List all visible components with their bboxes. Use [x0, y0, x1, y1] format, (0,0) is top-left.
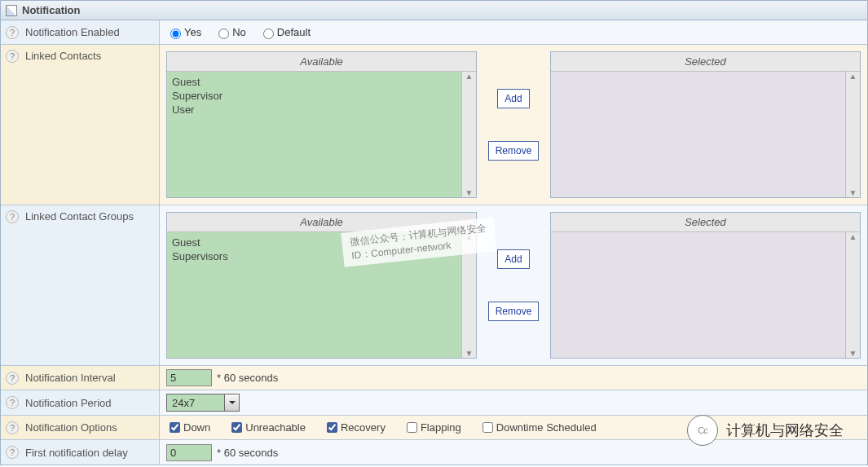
option-label: Downtime Scheduled: [496, 421, 597, 434]
checkbox[interactable]: [482, 422, 493, 433]
selected-header: Selected: [551, 213, 860, 232]
label-cell: ? Linked Contact Groups: [1, 205, 160, 365]
unit-label: * 60 seconds: [217, 447, 278, 459]
scrollbar[interactable]: ▲▼: [845, 72, 860, 197]
panel-header: Notification: [1, 1, 867, 20]
option-down[interactable]: Down: [166, 420, 210, 435]
checkbox[interactable]: [327, 422, 337, 433]
option-downtime-scheduled[interactable]: Downtime Scheduled: [479, 420, 597, 435]
help-icon[interactable]: ?: [6, 446, 19, 459]
contacts-shuttle: Available GuestSupervisorUser ▲▼ Add Rem…: [166, 51, 861, 198]
add-button[interactable]: Add: [497, 249, 529, 269]
selected-column: Selected ▲▼: [550, 51, 861, 198]
selected-column: Selected ▲▼: [550, 212, 861, 359]
label-cell: ? Linked Contacts: [1, 45, 160, 205]
value-cell: Available GuestSupervisorUser ▲▼ Add Rem…: [160, 45, 867, 205]
scrollbar[interactable]: ▲▼: [461, 232, 476, 358]
chevron-down-icon: [224, 394, 239, 411]
label-cell: ? Notification Period: [1, 390, 160, 415]
panel-icon: [6, 5, 17, 16]
value-cell: Yes No Default: [160, 20, 867, 44]
field-label: Linked Contact Groups: [25, 210, 134, 222]
help-icon[interactable]: ?: [6, 396, 19, 409]
selected-list[interactable]: [551, 72, 845, 197]
available-list[interactable]: GuestSupervisorUser: [167, 72, 461, 197]
field-label: Notification Period: [25, 397, 112, 409]
help-icon[interactable]: ?: [6, 50, 19, 63]
interval-input[interactable]: [166, 369, 212, 386]
value-cell: * 60 seconds: [160, 440, 867, 465]
selected-header: Selected: [551, 52, 860, 72]
available-header: Available: [167, 52, 476, 72]
row-first-notification-delay: ? First notification delay * 60 seconds: [1, 440, 867, 465]
scrollbar[interactable]: ▲▼: [845, 232, 860, 358]
label-cell: ? Notification Options: [1, 416, 160, 439]
list-item[interactable]: Guest: [172, 236, 456, 249]
first-delay-input[interactable]: [166, 444, 212, 461]
notification-panel: Notification ? Notification Enabled Yes …: [0, 0, 868, 465]
help-icon[interactable]: ?: [6, 26, 19, 39]
row-notification-enabled: ? Notification Enabled Yes No Default: [1, 20, 867, 45]
row-notification-options: ? Notification Options DownUnreachableRe…: [1, 416, 867, 440]
period-select[interactable]: 24x7: [166, 394, 240, 412]
row-linked-contacts: ? Linked Contacts Available GuestSupervi…: [1, 45, 867, 205]
selected-list[interactable]: [551, 232, 845, 358]
value-cell: 24x7: [160, 390, 867, 415]
remove-button[interactable]: Remove: [488, 302, 540, 321]
row-notification-period: ? Notification Period 24x7: [1, 390, 867, 416]
available-column: Available GuestSupervisors ▲▼: [166, 212, 477, 359]
scrollbar[interactable]: ▲▼: [461, 72, 476, 197]
label-cell: ? First notification delay: [1, 440, 160, 465]
help-icon[interactable]: ?: [6, 210, 19, 223]
list-item[interactable]: Guest: [172, 75, 456, 89]
help-icon[interactable]: ?: [6, 372, 19, 385]
radio-yes[interactable]: [170, 29, 181, 39]
shuttle-buttons: Add Remove: [477, 212, 550, 359]
option-flapping[interactable]: Flapping: [403, 420, 461, 435]
enabled-default[interactable]: Default: [259, 26, 311, 39]
enabled-no[interactable]: No: [214, 26, 246, 39]
option-recovery[interactable]: Recovery: [324, 420, 386, 435]
available-header: Available: [167, 213, 476, 232]
row-notification-interval: ? Notification Interval * 60 seconds: [1, 366, 867, 390]
row-linked-contact-groups: ? Linked Contact Groups Available GuestS…: [1, 205, 867, 366]
available-list[interactable]: GuestSupervisors: [167, 232, 461, 358]
value-cell: DownUnreachableRecoveryFlappingDowntime …: [160, 416, 867, 439]
field-label: Notification Enabled: [25, 26, 120, 38]
select-value: 24x7: [167, 395, 224, 411]
shuttle-buttons: Add Remove: [477, 51, 550, 198]
field-label: Notification Interval: [25, 372, 116, 384]
checkbox[interactable]: [407, 422, 417, 433]
list-item[interactable]: User: [172, 103, 456, 117]
add-button[interactable]: Add: [497, 89, 529, 108]
option-label: Recovery: [341, 421, 386, 434]
panel-title: Notification: [22, 4, 81, 16]
radio-no[interactable]: [218, 29, 229, 39]
label-cell: ? Notification Enabled: [1, 20, 160, 44]
field-label: First notification delay: [25, 447, 128, 459]
remove-button[interactable]: Remove: [488, 141, 540, 161]
radio-default[interactable]: [263, 29, 274, 39]
field-label: Linked Contacts: [25, 50, 101, 62]
option-label: Down: [183, 421, 210, 434]
available-column: Available GuestSupervisorUser ▲▼: [166, 51, 477, 198]
groups-shuttle: Available GuestSupervisors ▲▼ Add Remove…: [166, 212, 861, 359]
value-cell: * 60 seconds: [160, 366, 867, 390]
help-icon[interactable]: ?: [6, 421, 19, 434]
option-label: Unreachable: [245, 421, 306, 434]
checkbox[interactable]: [231, 422, 242, 433]
list-item[interactable]: Supervisors: [172, 249, 456, 263]
enabled-yes[interactable]: Yes: [166, 26, 201, 39]
unit-label: * 60 seconds: [217, 372, 278, 384]
label-cell: ? Notification Interval: [1, 366, 160, 390]
field-label: Notification Options: [25, 421, 117, 434]
option-label: Flapping: [421, 421, 461, 434]
checkbox[interactable]: [170, 422, 180, 433]
value-cell: Available GuestSupervisors ▲▼ Add Remove…: [160, 205, 867, 365]
list-item[interactable]: Supervisor: [172, 89, 456, 103]
option-unreachable[interactable]: Unreachable: [228, 420, 306, 435]
